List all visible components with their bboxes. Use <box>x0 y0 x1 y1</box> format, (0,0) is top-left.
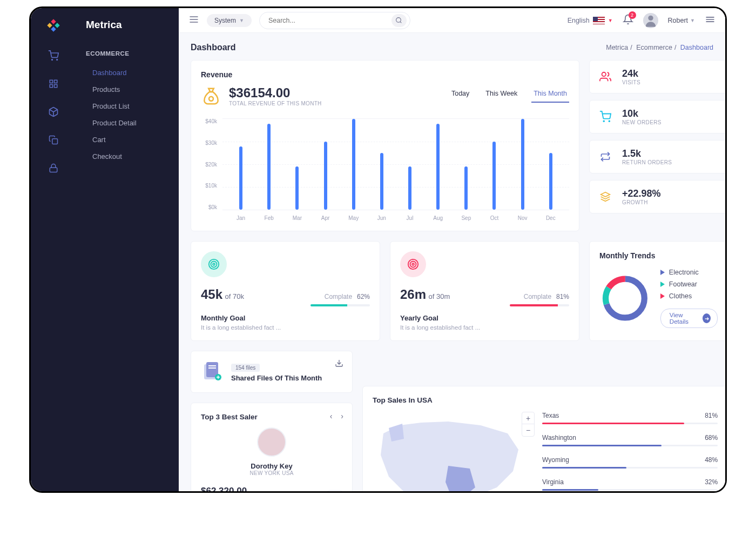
stat-label: GROWTH <box>622 199 661 205</box>
mail-button[interactable] <box>327 490 342 491</box>
language-selector[interactable]: English ▼ <box>568 17 613 24</box>
nav-box-icon[interactable] <box>48 106 59 117</box>
chevron-down-icon: ▼ <box>690 18 695 23</box>
revenue-tab[interactable]: This Month <box>531 85 569 103</box>
y-axis-tick: $0k <box>201 204 220 210</box>
files-card: 154 files Shared Files Of This Month <box>191 351 353 393</box>
usa-map[interactable]: + − <box>373 412 535 491</box>
legend-item: Footwear <box>660 280 718 288</box>
y-axis-tick: $10k <box>201 183 220 189</box>
zoom-out-button[interactable]: − <box>522 424 534 436</box>
crumb-item[interactable]: Ecommerce <box>636 44 672 51</box>
legend-label: Clothes <box>669 292 692 300</box>
chart-bar <box>380 153 383 210</box>
files-icon <box>201 361 222 383</box>
stat-card: 10kNEW ORDERS <box>589 100 725 133</box>
sidebar: Metrica ECOMMERCE DashboardProductsProdu… <box>76 8 179 491</box>
chart-bar <box>521 119 524 210</box>
goal-desc: It is a long established fact ... <box>400 324 569 331</box>
goal-of: of 70k <box>225 292 244 300</box>
exchange-icon <box>599 151 611 163</box>
search-button[interactable] <box>392 14 407 27</box>
revenue-tab[interactable]: This Week <box>483 85 519 103</box>
x-axis-tick: Sep <box>458 215 474 221</box>
app-logo <box>46 18 61 33</box>
x-axis-tick: Feb <box>261 215 277 221</box>
x-axis-tick: Nov <box>515 215 531 221</box>
best-seller-card: Top 3 Best Saler ‹ › Dorothy Key NEW YOR… <box>191 403 353 491</box>
chart-bar <box>295 166 299 210</box>
stat-label: VISITS <box>622 79 640 85</box>
sidebar-item[interactable]: Cart <box>76 131 179 148</box>
trends-title: Monthly Trends <box>599 251 718 260</box>
nav-copy-icon[interactable] <box>48 135 59 145</box>
goal-progress-bar <box>510 304 569 306</box>
brand-title: Metrica <box>76 19 179 31</box>
nav-cart-icon[interactable] <box>48 50 59 61</box>
svg-line-12 <box>400 22 401 23</box>
sidebar-item[interactable]: Products <box>76 81 179 98</box>
user-dropdown[interactable]: Robert ▼ <box>668 17 695 24</box>
goal-percent: 62% <box>357 293 370 300</box>
seller-revenue: $62,320.00 <box>201 486 278 491</box>
legend-label: Footwear <box>669 280 697 288</box>
goal-value: 45k <box>201 287 222 302</box>
seller-avatar <box>257 427 286 457</box>
crumb-item-active: Dashboard <box>680 44 713 51</box>
goal-complete-label: Complate <box>524 293 551 300</box>
usa-progress-bar <box>542 445 718 446</box>
goal-title: Monthly Goal <box>201 314 370 322</box>
goal-complete-label: Complate <box>325 293 352 300</box>
usa-state-pct: 68% <box>705 434 718 442</box>
sidebar-item[interactable]: Dashboard <box>76 64 179 81</box>
search-input[interactable] <box>268 17 392 24</box>
goal-card: 45k of 70k Complate 62% Monthly Goal It … <box>191 241 380 341</box>
chart-bar <box>408 166 411 210</box>
user-avatar[interactable] <box>643 13 658 28</box>
stat-value: 10k <box>622 108 662 119</box>
download-icon[interactable] <box>335 359 343 370</box>
usa-progress-bar <box>542 423 718 424</box>
sidebar-item[interactable]: Product Detail <box>76 115 179 131</box>
usa-title: Top Sales In USA <box>373 396 718 404</box>
layers-icon <box>599 191 611 203</box>
zoom-in-button[interactable]: + <box>522 412 534 424</box>
next-button[interactable]: › <box>341 412 343 420</box>
language-label: English <box>568 17 590 24</box>
system-dropdown[interactable]: System ▼ <box>207 14 252 27</box>
view-details-button[interactable]: View Details ➜ <box>660 309 718 328</box>
legend-label: Electronic <box>669 269 699 276</box>
sidebar-item[interactable]: Checkout <box>76 148 179 165</box>
map-zoom-control: + − <box>522 412 535 437</box>
crumb-item[interactable]: Metrica <box>606 44 628 51</box>
revenue-card: Revenue $36154.00 TOTAL REVENUE OF THIS … <box>191 60 579 231</box>
nav-lock-icon[interactable] <box>48 163 59 173</box>
usa-progress-bar <box>542 467 718 469</box>
main: System ▼ English ▼ 2 <box>179 8 725 491</box>
notification-badge: 2 <box>629 11 636 19</box>
menu-toggle-icon[interactable] <box>188 14 199 27</box>
chart-bar <box>464 166 468 210</box>
revenue-tab[interactable]: Today <box>449 85 471 103</box>
x-axis-tick: May <box>346 215 362 221</box>
usa-state-pct: 32% <box>705 478 718 486</box>
svg-point-27 <box>412 263 414 265</box>
notifications-button[interactable]: 2 <box>623 14 633 27</box>
best-seller-title: Top 3 Best Saler <box>201 413 342 421</box>
trends-card: Monthly Trends ElectronicFootwearClothes… <box>589 241 725 341</box>
revenue-chart: $40k$30k$20k$10k$0k JanFebMarAprMayJunJu… <box>201 118 569 221</box>
nav-apps-icon[interactable] <box>48 78 59 89</box>
y-axis-tick: $30k <box>201 140 220 146</box>
seller-location: NEW YORK USA <box>201 470 342 476</box>
more-menu-icon[interactable] <box>705 14 716 27</box>
usa-progress-bar <box>542 489 718 491</box>
sidebar-item[interactable]: Product List <box>76 98 179 115</box>
chart-bar <box>492 142 496 210</box>
system-label: System <box>214 17 236 24</box>
svg-rect-33 <box>208 365 216 366</box>
svg-point-24 <box>213 263 215 265</box>
target-icon <box>201 251 227 277</box>
svg-rect-34 <box>208 367 216 369</box>
chart-bar <box>549 153 552 210</box>
prev-button[interactable]: ‹ <box>330 412 333 420</box>
